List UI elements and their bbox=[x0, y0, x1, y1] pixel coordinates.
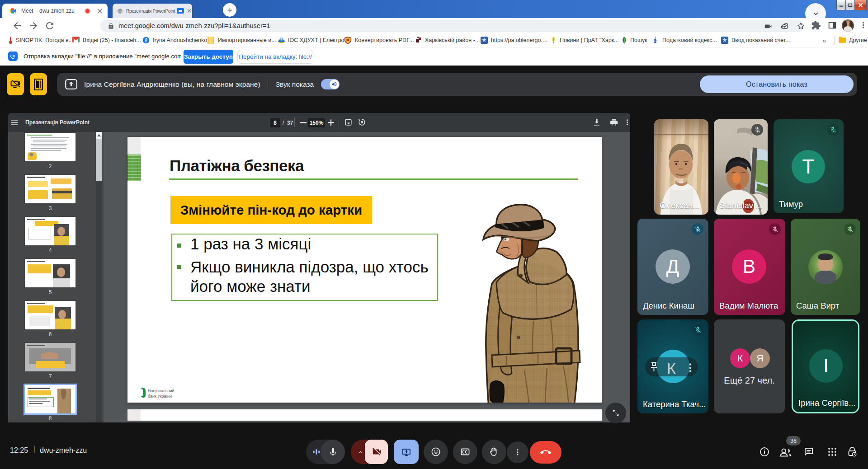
svg-text:Національний: Національний bbox=[148, 389, 175, 393]
svg-text:банк України: банк України bbox=[148, 394, 172, 399]
